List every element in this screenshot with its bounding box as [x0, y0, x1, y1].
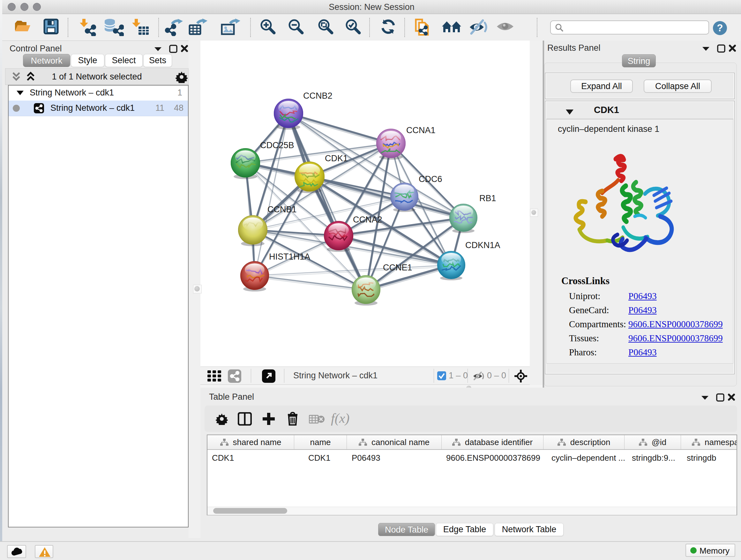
svg-text:CDKN1A: CDKN1A	[465, 240, 500, 250]
svg-text:CCNA2: CCNA2	[353, 215, 382, 225]
svg-text:CCNA1: CCNA1	[406, 125, 435, 135]
svg-text:CDK1: CDK1	[325, 153, 348, 163]
svg-text:?: ?	[717, 22, 723, 34]
svg-text:RB1: RB1	[479, 193, 496, 203]
svg-text:CDC25B: CDC25B	[260, 140, 294, 150]
svg-text:CCNB1: CCNB1	[267, 205, 297, 214]
svg-text:CCNB2: CCNB2	[303, 91, 333, 101]
svg-text:HIST1H1A: HIST1H1A	[269, 252, 310, 261]
svg-text:CCNE1: CCNE1	[383, 263, 412, 272]
svg-text:CDC6: CDC6	[419, 174, 442, 184]
